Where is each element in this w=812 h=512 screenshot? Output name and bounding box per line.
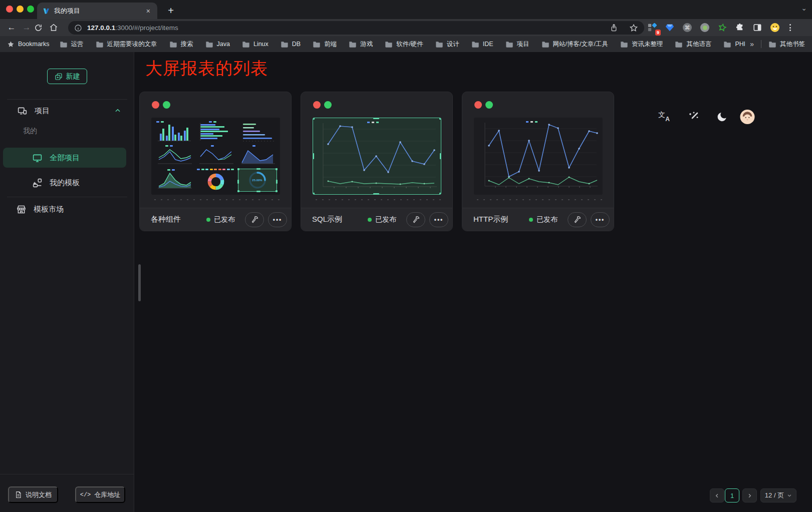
monitor-icon	[32, 153, 43, 163]
bookmark-folder[interactable]: 项目	[505, 40, 529, 49]
status-badge: 已发布	[529, 215, 558, 224]
reload-icon[interactable]	[34, 24, 49, 32]
card-green-dot	[485, 101, 493, 109]
mini-hbar-chart	[196, 121, 235, 143]
sidebar-footer: 说明文档 </> 仓库地址	[0, 474, 134, 512]
site-info-icon[interactable]	[74, 24, 82, 32]
profile-avatar-icon[interactable]	[770, 23, 780, 33]
sidebar-divider	[7, 197, 127, 197]
more-options-button[interactable]: •••	[429, 212, 448, 227]
bookmark-folder[interactable]: IDE	[471, 41, 493, 48]
bookmark-folder-label: 近期需要读的文章	[107, 40, 157, 49]
chevron-up-icon[interactable]	[114, 107, 121, 114]
sidebar-item-template-market[interactable]: 模板市场	[16, 199, 64, 219]
extension-badge: 9	[655, 30, 661, 36]
project-devices-icon	[17, 106, 28, 116]
sidebar-item-all-projects[interactable]: 全部项目	[3, 148, 126, 168]
bookmarks-overflow-chevron[interactable]: »	[750, 40, 754, 48]
scrollbar-thumb[interactable]	[138, 264, 141, 301]
mini-area-chart-green	[154, 169, 194, 192]
bookmark-folder[interactable]: 资讯未整理	[620, 40, 663, 49]
tab-manager-extension-icon[interactable]: 9	[647, 23, 657, 33]
bookmark-folder[interactable]: PHP	[723, 41, 745, 48]
more-options-button[interactable]: •••	[591, 212, 610, 227]
language-toggle-icon[interactable]: 文 A	[657, 109, 672, 124]
window-zoom-button[interactable]	[27, 6, 34, 13]
tab-close-icon[interactable]: ×	[144, 7, 152, 15]
bookmarks-root[interactable]: Bookmarks	[7, 41, 50, 48]
green-star-extension-icon[interactable]	[717, 23, 727, 33]
edit-hammer-button[interactable]	[245, 212, 264, 227]
project-card[interactable]: 25.00% 各种组件 已发布	[139, 92, 292, 231]
tab-search-icon[interactable]: ⌄	[801, 4, 807, 12]
puzzle-extensions-icon[interactable]	[735, 23, 745, 33]
url-text: 127.0.0.1:3000/#/project/items	[87, 24, 178, 32]
command-extension-icon[interactable]: ⌘	[682, 23, 692, 33]
new-project-button[interactable]: 新建	[47, 69, 87, 84]
new-tab-button[interactable]: +	[164, 4, 177, 17]
code-icon: </>	[80, 491, 91, 498]
bookmark-folder[interactable]: 设计	[435, 40, 459, 49]
user-avatar[interactable]	[740, 109, 755, 124]
recorder-extension-icon[interactable]	[700, 23, 710, 33]
status-dot	[368, 218, 372, 222]
selection-handle[interactable]	[373, 193, 379, 195]
repo-button[interactable]: </> 仓库地址	[75, 486, 125, 503]
more-options-button[interactable]: •••	[268, 212, 287, 227]
bookmark-folder[interactable]: 软件/硬件	[385, 40, 423, 49]
selection-handle[interactable]	[313, 193, 315, 195]
browser-toolbar: ← → 127.0.0.1:3000/#/project/items	[0, 19, 812, 36]
selection-handle[interactable]	[440, 153, 441, 159]
bookmark-folder[interactable]: Java	[205, 41, 230, 48]
url-bar[interactable]: 127.0.0.1:3000/#/project/items	[68, 21, 644, 35]
bookmark-star-icon[interactable]	[629, 24, 638, 33]
project-name: HTTP示例	[473, 215, 529, 224]
sidebar-group-project[interactable]: 项目	[17, 103, 127, 119]
share-icon[interactable]	[610, 24, 618, 32]
gem-extension-icon[interactable]	[665, 23, 675, 33]
browser-tab[interactable]: 我的项目 ×	[37, 3, 157, 19]
selection-handle[interactable]	[439, 193, 441, 195]
bookmark-folder[interactable]: 其他语言	[675, 40, 711, 49]
mini-line-chart-green	[154, 145, 194, 167]
page-size-select[interactable]: 12 / 页	[760, 488, 796, 502]
selection-handle[interactable]	[313, 153, 314, 159]
selection-handle[interactable]	[373, 118, 379, 119]
window-close-button[interactable]	[6, 6, 13, 13]
bookmark-folder[interactable]: 网站/博客/文章/工具	[542, 40, 608, 49]
back-icon[interactable]: ←	[4, 23, 19, 33]
bookmark-folder-label: PHP	[735, 41, 745, 48]
bookmark-folder[interactable]: 搜索	[169, 40, 193, 49]
bookmark-folder[interactable]: DB	[281, 41, 301, 48]
selection-handle[interactable]	[313, 118, 315, 120]
dark-mode-moon-icon[interactable]	[715, 109, 730, 124]
pagination-page-1[interactable]: 1	[725, 488, 739, 502]
status-dot	[206, 218, 210, 222]
sidebar-item-my-templates[interactable]: 我的模板	[3, 173, 126, 193]
bookmark-folder[interactable]: 近期需要读的文章	[96, 40, 157, 49]
browser-menu-icon[interactable]	[789, 24, 791, 31]
bookmark-folder[interactable]: Linux	[242, 41, 268, 48]
bookmark-folder[interactable]: 游戏	[349, 40, 373, 49]
bookmark-folder-label: DB	[292, 41, 301, 48]
theme-wand-icon[interactable]	[686, 109, 701, 124]
edit-hammer-button[interactable]	[568, 212, 587, 227]
window-minimize-button[interactable]	[17, 6, 24, 13]
home-icon[interactable]	[49, 23, 64, 32]
other-bookmarks-folder[interactable]: 其他书签	[768, 40, 805, 49]
side-panel-icon[interactable]	[752, 23, 762, 33]
pagination-prev-button[interactable]	[710, 488, 724, 502]
bookmark-folder[interactable]: 前端	[313, 40, 337, 49]
forward-icon[interactable]: →	[19, 23, 34, 33]
browser-tabstrip: 我的项目 × + ⌄	[0, 0, 812, 19]
docs-button[interactable]: 说明文档	[8, 486, 58, 503]
pagination-next-button[interactable]	[742, 488, 757, 502]
bookmark-folder[interactable]: 运营	[60, 40, 84, 49]
storefront-icon	[16, 204, 27, 215]
project-card[interactable]: HTTP示例 已发布 •••	[462, 92, 614, 231]
selection-handle[interactable]	[439, 118, 441, 120]
bookmark-folder-label: Java	[217, 41, 230, 48]
project-card[interactable]: SQL示例 已发布 •••	[301, 92, 453, 231]
edit-hammer-button[interactable]	[406, 212, 425, 227]
mini-bar-chart	[154, 121, 194, 143]
